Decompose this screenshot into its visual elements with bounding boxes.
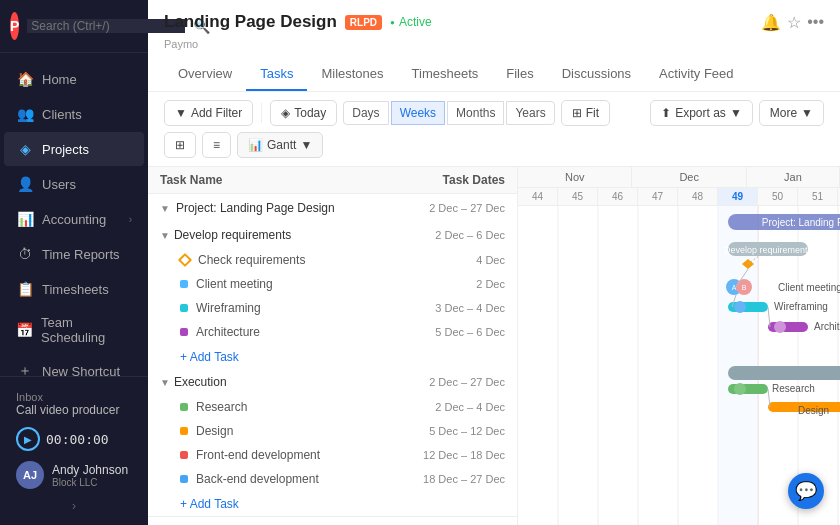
gantt-svg: Project: Landing Page Design Develop req… <box>518 206 840 525</box>
gantt-month: Jan <box>747 167 840 187</box>
gantt-week: 45 <box>558 188 598 205</box>
svg-text:Design: Design <box>798 405 829 416</box>
fit-button[interactable]: ⊞ Fit <box>561 100 610 126</box>
columns-button[interactable]: ⊞ <box>164 132 196 158</box>
add-task-button[interactable]: + Add Task <box>180 350 239 364</box>
task-dot-icon <box>180 403 188 411</box>
page-title: Landing Page Design <box>164 12 337 32</box>
svg-text:Research: Research <box>772 383 815 394</box>
header-actions: 🔔 ☆ ••• <box>761 13 824 32</box>
task-row[interactable]: Client meeting 2 Dec <box>148 272 517 296</box>
svg-text:Client meeting: Client meeting <box>778 282 840 293</box>
group-dates: 2 Dec – 6 Dec <box>435 229 505 241</box>
add-task-button[interactable]: + Add Task <box>180 497 239 511</box>
gantt-body: Project: Landing Page Design Develop req… <box>518 206 840 525</box>
group-toggle-icon[interactable]: ▼ <box>160 230 170 241</box>
bell-icon[interactable]: 🔔 <box>761 13 781 32</box>
svg-point-26 <box>734 301 746 313</box>
export-button[interactable]: ⬆ Export as ▼ <box>650 100 753 126</box>
star-icon[interactable]: ☆ <box>787 13 801 32</box>
task-row[interactable]: Research 2 Dec – 4 Dec <box>148 395 517 419</box>
svg-text:Architecture: Architecture <box>814 321 840 332</box>
tab-tasks[interactable]: Tasks <box>246 58 307 91</box>
sidebar-item-time-reports[interactable]: ⏱ Time Reports <box>4 237 144 271</box>
task-date: 3 Dec – 4 Dec <box>435 302 505 314</box>
inbox-task: Call video producer <box>16 403 132 417</box>
sidebar-item-users[interactable]: 👤 Users <box>4 167 144 201</box>
task-row[interactable]: Design 5 Dec – 12 Dec <box>148 419 517 443</box>
chat-button[interactable]: 💬 <box>788 473 824 509</box>
more-icon[interactable]: ••• <box>807 13 824 32</box>
chevron-right-icon: › <box>129 214 132 225</box>
sidebar-item-label: New Shortcut <box>42 364 120 377</box>
page-header: Landing Page Design RLPD Active 🔔 ☆ ••• … <box>148 0 840 92</box>
sidebar-item-clients[interactable]: 👥 Clients <box>4 97 144 131</box>
sidebar-item-home[interactable]: 🏠 Home <box>4 62 144 96</box>
team-scheduling-icon: 📅 <box>16 321 33 339</box>
project-row: ▼ Project: Landing Page Design 2 Dec – 2… <box>148 194 517 222</box>
fit-icon: ⊞ <box>572 106 582 120</box>
add-filter-button[interactable]: ▼ Add Filter <box>164 100 253 126</box>
sidebar-item-new-shortcut[interactable]: ＋ New Shortcut <box>4 354 144 376</box>
col-dates-header: Task Dates <box>385 173 505 187</box>
task-name: Check requirements <box>198 253 476 267</box>
toolbar: ▼ Add Filter ◈ Today Days Weeks Months Y… <box>148 92 840 167</box>
sidebar-item-projects[interactable]: ◈ Projects <box>4 132 144 166</box>
tab-milestones[interactable]: Milestones <box>307 58 397 91</box>
sidebar-item-timesheets[interactable]: 📋 Timesheets <box>4 272 144 306</box>
add-shortcut-icon: ＋ <box>16 362 34 376</box>
task-name: Design <box>196 424 429 438</box>
calendar-icon: ◈ <box>281 106 290 120</box>
gantt-icon: 📊 <box>248 138 263 152</box>
svg-text:B: B <box>742 284 747 291</box>
tab-files[interactable]: Files <box>492 58 547 91</box>
sidebar-item-label: Users <box>42 177 76 192</box>
more-button[interactable]: More ▼ <box>759 100 824 126</box>
expand-sidebar-button[interactable]: › <box>72 499 76 513</box>
chevron-down-icon: ▼ <box>801 106 813 120</box>
sidebar-nav: 🏠 Home 👥 Clients ◈ Projects 👤 Users 📊 Ac… <box>0 53 148 376</box>
tab-activity-feed[interactable]: Activity Feed <box>645 58 747 91</box>
timer-play-button[interactable]: ▶ <box>16 427 40 451</box>
task-date: 5 Dec – 6 Dec <box>435 326 505 338</box>
view-months-button[interactable]: Months <box>447 101 504 125</box>
sidebar-item-accounting[interactable]: 📊 Accounting › <box>4 202 144 236</box>
task-name: Back-end development <box>196 472 423 486</box>
task-row[interactable]: Front-end development 12 Dec – 18 Dec <box>148 443 517 467</box>
task-row[interactable]: Wireframing 3 Dec – 4 Dec <box>148 296 517 320</box>
group-row-develop: ▼ Develop requirements 2 Dec – 6 Dec <box>148 222 517 248</box>
task-name: Research <box>196 400 435 414</box>
tab-discussions[interactable]: Discussions <box>548 58 645 91</box>
status-badge: Active <box>390 15 432 29</box>
task-row[interactable]: Check requirements 4 Dec <box>148 248 517 272</box>
user-company: Block LLC <box>52 477 128 488</box>
task-date: 12 Dec – 18 Dec <box>423 449 505 461</box>
svg-text:A: A <box>732 284 737 291</box>
inbox-section: Inbox Call video producer <box>8 385 140 423</box>
sidebar-item-team-scheduling[interactable]: 📅 Team Scheduling <box>4 307 144 353</box>
sidebar-item-label: Home <box>42 72 77 87</box>
user-info: Andy Johnson Block LLC <box>52 463 128 488</box>
gantt-button[interactable]: 📊 Gantt ▼ <box>237 132 323 158</box>
gantt-week: 46 <box>598 188 638 205</box>
inbox-label: Inbox <box>16 391 132 403</box>
view-years-button[interactable]: Years <box>506 101 554 125</box>
gantt-week: 48 <box>678 188 718 205</box>
separator <box>261 103 262 123</box>
chat-icon: 💬 <box>795 480 817 502</box>
project-expand-icon[interactable]: ▼ <box>160 203 170 214</box>
view-weeks-button[interactable]: Weeks <box>391 101 445 125</box>
task-date: 4 Dec <box>476 254 505 266</box>
settings-button[interactable]: ≡ <box>202 132 231 158</box>
view-days-button[interactable]: Days <box>343 101 388 125</box>
task-dot-icon <box>180 427 188 435</box>
sidebar-expand: › <box>8 495 140 517</box>
today-button[interactable]: ◈ Today <box>270 100 337 126</box>
tab-timesheets[interactable]: Timesheets <box>398 58 493 91</box>
task-row[interactable]: Architecture 5 Dec – 6 Dec <box>148 320 517 344</box>
group-toggle-icon[interactable]: ▼ <box>160 377 170 388</box>
tab-overview[interactable]: Overview <box>164 58 246 91</box>
sidebar-item-label: Team Scheduling <box>41 315 132 345</box>
timesheets-icon: 📋 <box>16 280 34 298</box>
task-row[interactable]: Back-end development 18 Dec – 27 Dec <box>148 467 517 491</box>
